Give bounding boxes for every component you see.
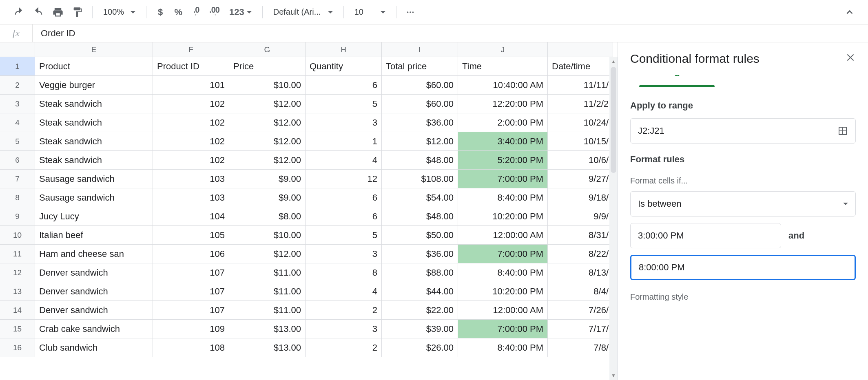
cell[interactable]: $9.00: [229, 188, 306, 207]
cell[interactable]: 109: [153, 320, 229, 338]
max-value-input[interactable]: [630, 255, 856, 280]
cell[interactable]: $44.00: [382, 282, 458, 301]
cell[interactable]: Steak sandwich: [35, 113, 153, 132]
cell[interactable]: 102: [153, 132, 229, 151]
cell[interactable]: Steak sandwich: [35, 132, 153, 151]
scroll-up-icon[interactable]: ▲: [611, 59, 616, 64]
cell[interactable]: $10.00: [229, 226, 306, 245]
cell[interactable]: 11/2/2: [548, 95, 613, 113]
cell[interactable]: 10:40:00 AM: [458, 76, 548, 95]
header-cell[interactable]: Time: [458, 57, 548, 76]
cell[interactable]: $11.00: [229, 263, 306, 282]
cell[interactable]: $26.00: [382, 338, 458, 357]
cell[interactable]: 8/13/: [548, 263, 613, 282]
zoom-dropdown[interactable]: 100%: [98, 4, 140, 20]
cell[interactable]: $11.00: [229, 282, 306, 301]
row-header[interactable]: 6: [0, 151, 35, 170]
cell[interactable]: $48.00: [382, 151, 458, 170]
cell[interactable]: 4: [306, 282, 382, 301]
cell[interactable]: 103: [153, 188, 229, 207]
header-cell[interactable]: Date/time: [548, 57, 613, 76]
cell[interactable]: $11.00: [229, 301, 306, 320]
cell[interactable]: 8: [306, 263, 382, 282]
cell[interactable]: 103: [153, 170, 229, 188]
cell[interactable]: 7/8/: [548, 338, 613, 357]
cell[interactable]: 107: [153, 282, 229, 301]
select-range-icon[interactable]: [837, 126, 848, 136]
cell[interactable]: 102: [153, 151, 229, 170]
row-header[interactable]: 3: [0, 95, 35, 113]
header-cell[interactable]: Quantity: [306, 57, 382, 76]
header-cell[interactable]: Product: [35, 57, 153, 76]
cell[interactable]: 5: [306, 226, 382, 245]
cell[interactable]: 5:20:00 PM: [458, 151, 548, 170]
row-header[interactable]: 12: [0, 263, 35, 282]
cell[interactable]: $36.00: [382, 245, 458, 263]
column-header[interactable]: H: [306, 42, 382, 57]
paint-format-button[interactable]: [69, 4, 86, 20]
cell[interactable]: 8:40:00 PM: [458, 338, 548, 357]
cell[interactable]: 4: [306, 151, 382, 170]
cell[interactable]: 11/11/: [548, 76, 613, 95]
cell[interactable]: 101: [153, 76, 229, 95]
cell[interactable]: 107: [153, 263, 229, 282]
cell[interactable]: Steak sandwich: [35, 151, 153, 170]
row-header[interactable]: 15: [0, 320, 35, 338]
cell[interactable]: 8/4/: [548, 282, 613, 301]
cell[interactable]: 8:40:00 PM: [458, 188, 548, 207]
cell[interactable]: 102: [153, 95, 229, 113]
cell[interactable]: $39.00: [382, 320, 458, 338]
cell[interactable]: 6: [306, 188, 382, 207]
cell[interactable]: $12.00: [229, 151, 306, 170]
cell[interactable]: 7:00:00 PM: [458, 245, 548, 263]
scrollbar-thumb[interactable]: [611, 67, 616, 173]
cell[interactable]: $12.00: [229, 95, 306, 113]
cell[interactable]: Denver sandwich: [35, 282, 153, 301]
row-header[interactable]: 10: [0, 226, 35, 245]
cell[interactable]: $9.00: [229, 170, 306, 188]
row-header[interactable]: 2: [0, 76, 35, 95]
cell[interactable]: 106: [153, 245, 229, 263]
cell[interactable]: Crab cake sandwich: [35, 320, 153, 338]
vertical-scrollbar[interactable]: ▲ ▼: [609, 57, 618, 380]
row-header[interactable]: 7: [0, 170, 35, 188]
cell[interactable]: $54.00: [382, 188, 458, 207]
cell[interactable]: 7/26/: [548, 301, 613, 320]
cell[interactable]: 105: [153, 226, 229, 245]
currency-button[interactable]: $: [152, 4, 168, 20]
font-size-dropdown[interactable]: 10: [350, 4, 390, 20]
cell[interactable]: 2:00:00 PM: [458, 113, 548, 132]
undo-button[interactable]: [10, 4, 28, 20]
cell[interactable]: 107: [153, 301, 229, 320]
spreadsheet-grid[interactable]: EFGHIJ1ProductProduct IDPriceQuantityTot…: [0, 42, 618, 380]
column-header[interactable]: J: [458, 42, 548, 57]
row-header[interactable]: 9: [0, 207, 35, 226]
cell[interactable]: 10/15/: [548, 132, 613, 151]
cell[interactable]: Steak sandwich: [35, 95, 153, 113]
header-cell[interactable]: Total price: [382, 57, 458, 76]
row-header[interactable]: 14: [0, 301, 35, 320]
cell[interactable]: 2: [306, 338, 382, 357]
cell[interactable]: Ham and cheese san: [35, 245, 153, 263]
cell[interactable]: 7:00:00 PM: [458, 170, 548, 188]
cell[interactable]: $10.00: [229, 76, 306, 95]
cell[interactable]: Italian beef: [35, 226, 153, 245]
cell[interactable]: Sausage sandwich: [35, 170, 153, 188]
column-header[interactable]: I: [382, 42, 458, 57]
decrease-decimal-button[interactable]: .0←: [188, 4, 204, 20]
font-dropdown[interactable]: Default (Ari...: [268, 4, 338, 20]
cell[interactable]: 10/6/: [548, 151, 613, 170]
cell[interactable]: $60.00: [382, 76, 458, 95]
cell[interactable]: 3: [306, 245, 382, 263]
min-value-input[interactable]: [630, 223, 781, 248]
header-cell[interactable]: Product ID: [153, 57, 229, 76]
cell[interactable]: $12.00: [229, 113, 306, 132]
cell[interactable]: $12.00: [229, 245, 306, 263]
cell[interactable]: 102: [153, 113, 229, 132]
row-header[interactable]: 8: [0, 188, 35, 207]
cell[interactable]: 8/31/: [548, 226, 613, 245]
cell[interactable]: $12.00: [229, 132, 306, 151]
cell[interactable]: 7:00:00 PM: [458, 320, 548, 338]
cell[interactable]: $13.00: [229, 320, 306, 338]
cell[interactable]: 8/22/: [548, 245, 613, 263]
